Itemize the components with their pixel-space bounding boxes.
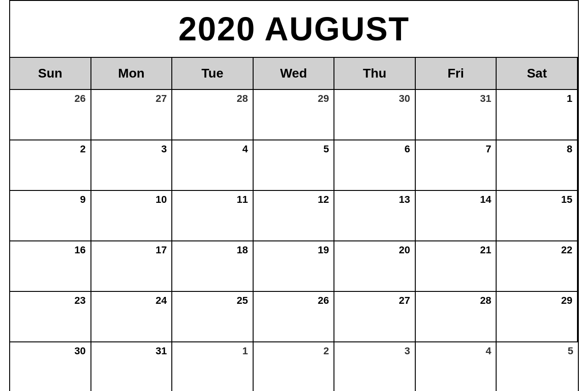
day-cell[interactable]: 21 [416,241,497,292]
day-cell[interactable]: 4 [416,342,497,391]
day-header-fri: Fri [416,58,497,90]
day-cell[interactable]: 1 [172,342,254,391]
day-header-tue: Tue [172,58,254,90]
day-cell[interactable]: 17 [91,241,173,292]
day-cell[interactable]: 5 [254,140,335,191]
day-cell[interactable]: 27 [91,90,173,140]
day-header-sat: Sat [497,58,578,90]
day-cell[interactable]: 29 [254,90,335,140]
day-cell[interactable]: 23 [10,292,91,342]
day-cell[interactable]: 26 [254,292,335,342]
day-cell[interactable]: 28 [416,292,497,342]
day-cell[interactable]: 25 [172,292,254,342]
day-cell[interactable]: 26 [10,90,91,140]
day-header-thu: Thu [334,58,416,90]
day-cell[interactable]: 18 [172,241,254,292]
day-cell[interactable]: 28 [172,90,254,140]
day-cell[interactable]: 2 [10,140,91,191]
day-cell[interactable]: 14 [416,191,497,241]
day-cell[interactable]: 27 [334,292,416,342]
day-header-wed: Wed [254,58,335,90]
day-cell[interactable]: 8 [497,140,578,191]
day-cell[interactable]: 11 [172,191,254,241]
day-cell[interactable]: 9 [10,191,91,241]
day-cell[interactable]: 15 [497,191,578,241]
day-cell[interactable]: 12 [254,191,335,241]
day-cell[interactable]: 30 [10,342,91,391]
calendar-title: 2020 AUGUST [10,1,578,58]
day-cell[interactable]: 2 [254,342,335,391]
day-cell[interactable]: 1 [497,90,578,140]
day-cell[interactable]: 24 [91,292,173,342]
day-cell[interactable]: 5 [497,342,578,391]
calendar-grid: SunMonTueWedThuFriSat2627282930311234567… [10,58,578,391]
day-cell[interactable]: 30 [334,90,416,140]
day-cell[interactable]: 22 [497,241,578,292]
day-cell[interactable]: 29 [497,292,578,342]
day-header-mon: Mon [91,58,173,90]
day-cell[interactable]: 16 [10,241,91,292]
day-header-sun: Sun [10,58,91,90]
day-cell[interactable]: 3 [334,342,416,391]
day-cell[interactable]: 31 [416,90,497,140]
day-cell[interactable]: 13 [334,191,416,241]
day-cell[interactable]: 6 [334,140,416,191]
calendar-container: 2020 AUGUST SunMonTueWedThuFriSat2627282… [9,0,579,391]
day-cell[interactable]: 7 [416,140,497,191]
day-cell[interactable]: 19 [254,241,335,292]
day-cell[interactable]: 3 [91,140,173,191]
day-cell[interactable]: 4 [172,140,254,191]
day-cell[interactable]: 31 [91,342,173,391]
day-cell[interactable]: 10 [91,191,173,241]
day-cell[interactable]: 20 [334,241,416,292]
